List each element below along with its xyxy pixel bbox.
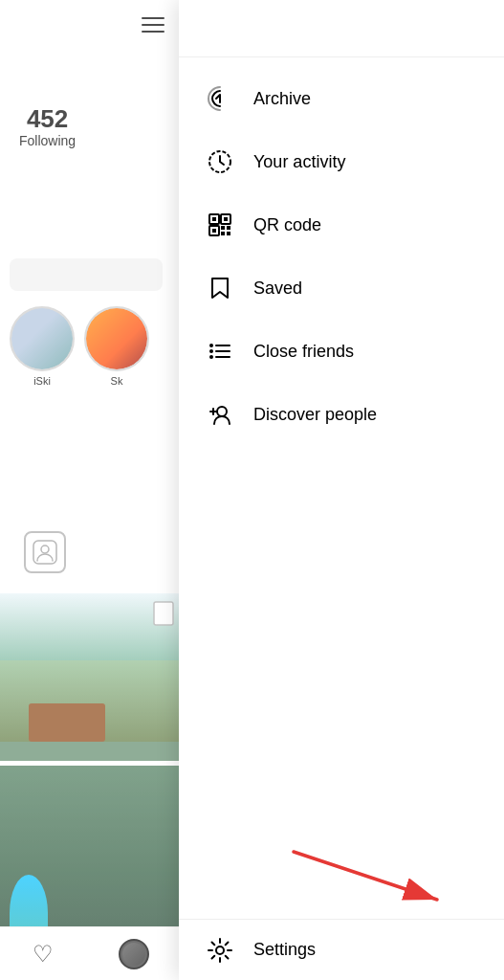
discover-people-icon [206,400,234,429]
svg-rect-9 [212,229,216,233]
close-friends-icon [206,337,234,366]
your-activity-icon [206,147,234,176]
dropdown-panel: Archive Your activity [179,0,504,980]
svg-point-16 [209,355,213,359]
settings-row[interactable]: Settings [179,919,504,980]
svg-rect-10 [221,226,225,230]
qr-code-label: QR code [253,215,321,235]
svg-point-14 [209,344,213,347]
dropdown-top-space [179,0,504,57]
discover-people-label: Discover people [253,405,377,425]
qr-code-icon [206,211,234,239]
your-activity-label: Your activity [253,152,345,172]
left-overlay [0,0,182,980]
archive-label: Archive [253,89,311,109]
close-friends-label: Close friends [253,342,354,362]
svg-point-20 [217,407,227,416]
menu-item-your-activity[interactable]: Your activity [179,130,504,193]
menu-items: Archive Your activity [179,57,504,871]
red-arrow [284,842,475,919]
svg-rect-12 [221,232,225,235]
menu-item-qr-code[interactable]: QR code [179,193,504,256]
settings-icon [206,936,234,965]
menu-item-discover-people[interactable]: Discover people [179,383,504,446]
menu-item-archive[interactable]: Archive [179,67,504,130]
arrow-area [179,871,504,919]
menu-item-saved[interactable]: Saved [179,256,504,320]
saved-label: Saved [253,278,302,299]
svg-rect-7 [224,217,228,221]
svg-rect-13 [227,232,230,235]
svg-point-24 [216,947,224,954]
menu-item-close-friends[interactable]: Close friends [179,320,504,383]
svg-rect-5 [212,217,216,221]
saved-icon [206,274,234,302]
settings-label: Settings [253,940,316,960]
svg-point-15 [209,349,213,353]
svg-rect-11 [227,226,230,230]
archive-icon [206,84,234,113]
